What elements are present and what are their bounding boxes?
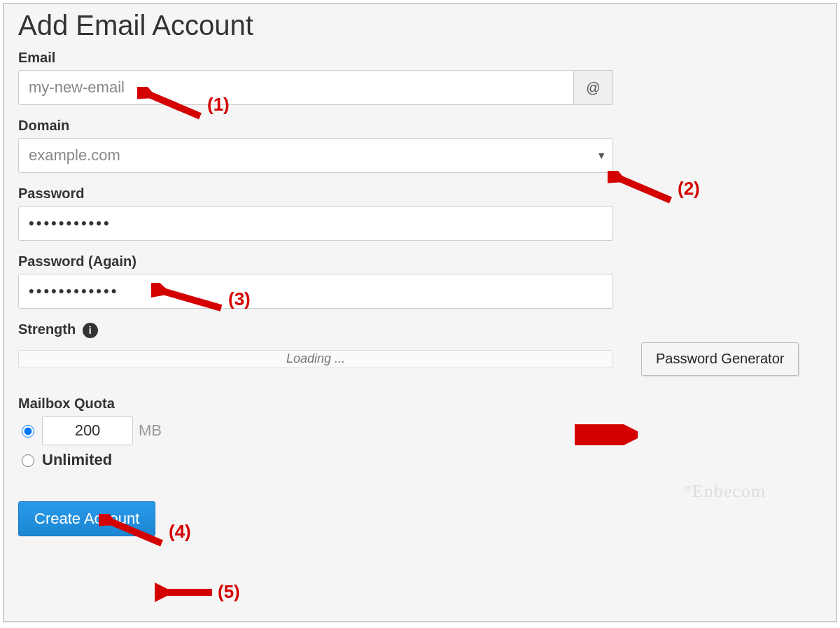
info-icon[interactable]: i (83, 323, 98, 338)
strength-meter: Loading ... (18, 350, 613, 368)
domain-select-wrap: ▼ (18, 138, 613, 173)
unlimited-label: Unlimited (42, 451, 112, 469)
password-again-label: Password (Again) (18, 253, 822, 270)
create-account-button[interactable]: Create Account (18, 501, 155, 536)
email-label: Email (18, 50, 822, 66)
password-input[interactable] (18, 206, 613, 241)
password-generator-button[interactable]: Password Generator (641, 342, 799, 376)
annotation-5: (5) (155, 581, 240, 603)
quota-value-input[interactable] (42, 416, 133, 445)
strength-label-text: Strength (18, 321, 76, 337)
email-input[interactable] (18, 70, 574, 105)
quota-fixed-radio[interactable] (22, 425, 34, 438)
password-again-input[interactable] (18, 274, 613, 309)
email-group: Email @ (18, 50, 822, 105)
strength-row: Loading ... Password Generator (18, 342, 822, 376)
email-input-row: @ (18, 70, 613, 105)
strength-group: Strength i Loading ... Password Generato… (18, 321, 822, 376)
password-group: Password (18, 186, 822, 241)
quota-unlimited-row: Unlimited (18, 451, 822, 469)
quota-unlimited-radio[interactable] (22, 454, 34, 467)
password-again-group: Password (Again) (18, 253, 822, 309)
domain-label: Domain (18, 118, 822, 134)
page-title: Add Email Account (18, 10, 822, 41)
mailbox-quota-group: Mailbox Quota MB Unlimited (18, 396, 822, 469)
domain-select[interactable] (18, 138, 613, 173)
add-email-account-panel: Add Email Account Email @ Domain ▼ Passw… (3, 3, 837, 622)
at-addon: @ (574, 70, 613, 105)
domain-group: Domain ▼ (18, 118, 822, 173)
password-label: Password (18, 186, 822, 202)
arrow-icon (155, 582, 218, 603)
mailbox-quota-label: Mailbox Quota (18, 396, 822, 412)
quota-fixed-row: MB (18, 416, 822, 445)
mb-unit: MB (139, 421, 162, 440)
strength-label: Strength i (18, 321, 822, 338)
watermark-text: °Enbecom (684, 481, 766, 502)
